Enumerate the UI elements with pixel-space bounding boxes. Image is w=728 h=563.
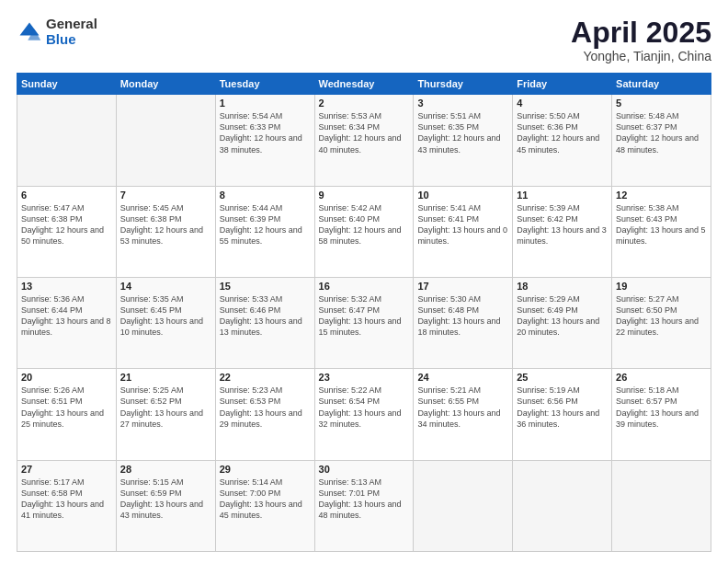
- day-info: Sunrise: 5:15 AMSunset: 6:59 PMDaylight:…: [120, 477, 211, 522]
- cell-w3-d2: 22Sunrise: 5:23 AMSunset: 6:53 PMDayligh…: [215, 369, 314, 460]
- cell-w1-d3: 9Sunrise: 5:42 AMSunset: 6:40 PMDaylight…: [314, 186, 414, 277]
- day-number: 1: [220, 98, 311, 109]
- cell-w1-d0: 6Sunrise: 5:47 AMSunset: 6:38 PMDaylight…: [17, 186, 117, 277]
- weekday-header-row: Sunday Monday Tuesday Wednesday Thursday…: [17, 74, 711, 95]
- day-info: Sunrise: 5:22 AMSunset: 6:54 PMDaylight:…: [319, 385, 410, 430]
- day-info: Sunrise: 5:44 AMSunset: 6:39 PMDaylight:…: [220, 202, 311, 247]
- day-info: Sunrise: 5:13 AMSunset: 7:01 PMDaylight:…: [319, 477, 410, 522]
- day-number: 23: [319, 372, 410, 383]
- day-number: 7: [120, 190, 211, 201]
- day-info: Sunrise: 5:47 AMSunset: 6:38 PMDaylight:…: [21, 202, 112, 247]
- cell-w2-d5: 18Sunrise: 5:29 AMSunset: 6:49 PMDayligh…: [513, 277, 612, 368]
- day-info: Sunrise: 5:39 AMSunset: 6:42 PMDaylight:…: [517, 202, 608, 247]
- cell-w4-d0: 27Sunrise: 5:17 AMSunset: 6:58 PMDayligh…: [17, 460, 117, 551]
- day-number: 13: [21, 281, 112, 292]
- day-info: Sunrise: 5:42 AMSunset: 6:40 PMDaylight:…: [319, 202, 410, 247]
- day-number: 16: [319, 281, 410, 292]
- day-number: 27: [21, 464, 112, 475]
- logo-icon: [17, 19, 42, 45]
- cell-w0-d2: 1Sunrise: 5:54 AMSunset: 6:33 PMDaylight…: [215, 95, 314, 186]
- day-number: 10: [417, 190, 508, 201]
- cell-w4-d6: [612, 460, 711, 551]
- day-info: Sunrise: 5:53 AMSunset: 6:34 PMDaylight:…: [319, 110, 410, 155]
- cell-w1-d1: 7Sunrise: 5:45 AMSunset: 6:38 PMDaylight…: [116, 186, 215, 277]
- week-row-3: 20Sunrise: 5:26 AMSunset: 6:51 PMDayligh…: [17, 369, 711, 460]
- day-number: 17: [417, 281, 508, 292]
- cell-w2-d4: 17Sunrise: 5:30 AMSunset: 6:48 PMDayligh…: [414, 277, 513, 368]
- cell-w0-d5: 4Sunrise: 5:50 AMSunset: 6:36 PMDaylight…: [513, 95, 612, 186]
- cell-w4-d5: [513, 460, 612, 551]
- cell-w2-d2: 15Sunrise: 5:33 AMSunset: 6:46 PMDayligh…: [215, 277, 314, 368]
- day-number: 24: [417, 372, 508, 383]
- logo-blue-label: Blue: [46, 32, 97, 48]
- header-sunday: Sunday: [17, 74, 117, 95]
- header-tuesday: Tuesday: [215, 74, 314, 95]
- cell-w3-d1: 21Sunrise: 5:25 AMSunset: 6:52 PMDayligh…: [116, 369, 215, 460]
- day-number: 15: [220, 281, 311, 292]
- day-number: 12: [616, 190, 707, 201]
- logo-general-label: General: [46, 17, 97, 32]
- day-number: 14: [120, 281, 211, 292]
- day-info: Sunrise: 5:33 AMSunset: 6:46 PMDaylight:…: [220, 293, 311, 339]
- day-number: 25: [517, 372, 608, 383]
- day-number: 30: [319, 464, 410, 475]
- cell-w3-d6: 26Sunrise: 5:18 AMSunset: 6:57 PMDayligh…: [612, 369, 711, 460]
- day-info: Sunrise: 5:35 AMSunset: 6:45 PMDaylight:…: [120, 293, 211, 339]
- day-info: Sunrise: 5:18 AMSunset: 6:57 PMDaylight:…: [616, 385, 707, 430]
- day-number: 6: [21, 190, 112, 201]
- calendar-title: April 2025: [571, 17, 711, 49]
- header-friday: Friday: [513, 74, 612, 95]
- header-saturday: Saturday: [612, 74, 711, 95]
- header-thursday: Thursday: [414, 74, 513, 95]
- day-number: 8: [220, 190, 311, 201]
- day-number: 4: [517, 98, 608, 109]
- cell-w4-d2: 29Sunrise: 5:14 AMSunset: 7:00 PMDayligh…: [215, 460, 314, 551]
- cell-w2-d1: 14Sunrise: 5:35 AMSunset: 6:45 PMDayligh…: [116, 277, 215, 368]
- day-info: Sunrise: 5:25 AMSunset: 6:52 PMDaylight:…: [120, 385, 211, 430]
- cell-w2-d0: 13Sunrise: 5:36 AMSunset: 6:44 PMDayligh…: [17, 277, 117, 368]
- cell-w0-d6: 5Sunrise: 5:48 AMSunset: 6:37 PMDaylight…: [612, 95, 711, 186]
- day-info: Sunrise: 5:17 AMSunset: 6:58 PMDaylight:…: [21, 477, 112, 522]
- header-wednesday: Wednesday: [314, 74, 414, 95]
- day-info: Sunrise: 5:51 AMSunset: 6:35 PMDaylight:…: [417, 110, 508, 155]
- logo: General Blue: [17, 17, 97, 47]
- day-number: 11: [517, 190, 608, 201]
- day-number: 18: [517, 281, 608, 292]
- title-block: April 2025 Yonghe, Tianjin, China: [571, 17, 711, 63]
- day-number: 9: [319, 190, 410, 201]
- cell-w1-d5: 11Sunrise: 5:39 AMSunset: 6:42 PMDayligh…: [513, 186, 612, 277]
- day-info: Sunrise: 5:48 AMSunset: 6:37 PMDaylight:…: [616, 110, 707, 155]
- cell-w0-d1: [116, 95, 215, 186]
- day-info: Sunrise: 5:50 AMSunset: 6:36 PMDaylight:…: [517, 110, 608, 155]
- day-info: Sunrise: 5:41 AMSunset: 6:41 PMDaylight:…: [417, 202, 508, 247]
- calendar-table: Sunday Monday Tuesday Wednesday Thursday…: [17, 73, 711, 552]
- day-info: Sunrise: 5:36 AMSunset: 6:44 PMDaylight:…: [21, 293, 112, 339]
- calendar-subtitle: Yonghe, Tianjin, China: [571, 49, 711, 63]
- cell-w0-d4: 3Sunrise: 5:51 AMSunset: 6:35 PMDaylight…: [414, 95, 513, 186]
- day-info: Sunrise: 5:45 AMSunset: 6:38 PMDaylight:…: [120, 202, 211, 247]
- day-number: 28: [120, 464, 211, 475]
- day-number: 5: [616, 98, 707, 109]
- day-info: Sunrise: 5:38 AMSunset: 6:43 PMDaylight:…: [616, 202, 707, 247]
- cell-w4-d3: 30Sunrise: 5:13 AMSunset: 7:01 PMDayligh…: [314, 460, 414, 551]
- cell-w2-d6: 19Sunrise: 5:27 AMSunset: 6:50 PMDayligh…: [612, 277, 711, 368]
- day-number: 29: [220, 464, 311, 475]
- day-info: Sunrise: 5:19 AMSunset: 6:56 PMDaylight:…: [517, 385, 608, 430]
- cell-w1-d6: 12Sunrise: 5:38 AMSunset: 6:43 PMDayligh…: [612, 186, 711, 277]
- day-number: 22: [220, 372, 311, 383]
- cell-w4-d4: [414, 460, 513, 551]
- day-info: Sunrise: 5:32 AMSunset: 6:47 PMDaylight:…: [319, 293, 410, 339]
- week-row-1: 6Sunrise: 5:47 AMSunset: 6:38 PMDaylight…: [17, 186, 711, 277]
- day-number: 26: [616, 372, 707, 383]
- cell-w2-d3: 16Sunrise: 5:32 AMSunset: 6:47 PMDayligh…: [314, 277, 414, 368]
- week-row-0: 1Sunrise: 5:54 AMSunset: 6:33 PMDaylight…: [17, 95, 711, 186]
- week-row-2: 13Sunrise: 5:36 AMSunset: 6:44 PMDayligh…: [17, 277, 711, 368]
- day-info: Sunrise: 5:27 AMSunset: 6:50 PMDaylight:…: [616, 293, 707, 339]
- cell-w1-d2: 8Sunrise: 5:44 AMSunset: 6:39 PMDaylight…: [215, 186, 314, 277]
- cell-w4-d1: 28Sunrise: 5:15 AMSunset: 6:59 PMDayligh…: [116, 460, 215, 551]
- cell-w0-d0: [17, 95, 117, 186]
- day-number: 19: [616, 281, 707, 292]
- cell-w3-d4: 24Sunrise: 5:21 AMSunset: 6:55 PMDayligh…: [414, 369, 513, 460]
- header-monday: Monday: [116, 74, 215, 95]
- day-info: Sunrise: 5:21 AMSunset: 6:55 PMDaylight:…: [417, 385, 508, 430]
